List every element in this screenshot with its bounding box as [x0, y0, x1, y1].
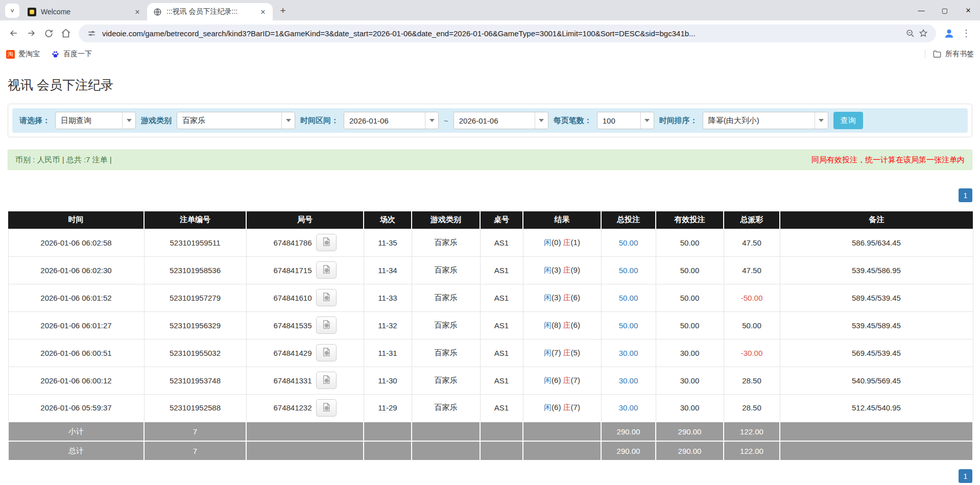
bookmark-star-icon[interactable]	[917, 27, 930, 40]
total-bet-link[interactable]: 30.00	[619, 376, 638, 385]
home-icon[interactable]	[57, 25, 75, 42]
game-kind-select[interactable]: 百家乐	[177, 112, 295, 129]
total-bet-cell: 30.00	[601, 367, 656, 394]
date-start-select[interactable]: 2026-01-06	[344, 112, 439, 129]
result-player: 闲	[544, 293, 552, 302]
sum-cell	[246, 422, 364, 441]
zoom-icon[interactable]	[903, 27, 917, 40]
page-1-button[interactable]: 1	[959, 188, 972, 202]
close-window-button[interactable]: ✕	[957, 0, 980, 20]
tab-welcome[interactable]: Welcome ✕	[21, 3, 147, 20]
reload-icon[interactable]	[40, 25, 57, 42]
round-no-cell: 674841786	[246, 229, 364, 256]
sum-cell: 7	[144, 441, 246, 460]
total-bet-link[interactable]: 30.00	[619, 403, 638, 412]
total-bet-cell: 50.00	[601, 284, 656, 311]
result-player: 闲	[544, 321, 552, 329]
browser-menu-icon[interactable]: ⋮	[958, 25, 975, 42]
note-cell: 512.45/540.95	[780, 394, 973, 422]
round-no-cell: 674841715	[246, 256, 364, 284]
table-row: 2026-01-06 06:02:58523101959511674841786…	[8, 229, 973, 256]
note-cell: 569.45/539.45	[780, 339, 973, 367]
bet-no-cell: 523101953748	[144, 367, 246, 394]
bookmarks-divider	[925, 50, 925, 59]
address-bar[interactable]: videoie.com/game/betrecord_search/kind3?…	[79, 25, 936, 42]
video-file-icon	[321, 264, 331, 276]
result-banker: 庄	[563, 348, 571, 357]
total-bet-link[interactable]: 50.00	[619, 238, 638, 247]
forward-icon[interactable]	[22, 25, 40, 42]
time-cell: 2026-01-06 06:02:30	[8, 256, 144, 284]
url-text[interactable]: videoie.com/game/betrecord_search/kind3?…	[102, 29, 899, 38]
valid-bet-cell: 50.00	[656, 256, 724, 284]
date-range-tilde: ~	[444, 116, 448, 125]
total-bet-link[interactable]: 50.00	[619, 266, 638, 275]
round-no: 674841535	[273, 321, 312, 330]
minimize-button[interactable]: —	[910, 0, 933, 20]
result-cell: 闲(3) 庄(6)	[523, 284, 601, 311]
chevron-down-icon[interactable]	[281, 112, 295, 129]
sum-cell	[523, 422, 601, 441]
bet-no-cell: 523101955032	[144, 339, 246, 367]
session-cell: 11-30	[364, 367, 412, 394]
page-1-button[interactable]: 1	[959, 469, 972, 483]
sum-cell	[364, 422, 412, 441]
chevron-down-icon[interactable]	[122, 112, 135, 129]
column-header: 桌号	[480, 211, 523, 229]
bet-no-cell: 523101952588	[144, 394, 246, 422]
tab-bet-records[interactable]: :::视讯 会员下注纪录::: ✕	[147, 3, 273, 20]
round-no-cell: 674841535	[246, 311, 364, 339]
maximize-button[interactable]: ▢	[933, 0, 957, 20]
video-replay-button[interactable]	[316, 344, 337, 361]
close-tab-icon[interactable]: ✕	[133, 7, 142, 16]
total-bet-link[interactable]: 50.00	[619, 321, 638, 330]
round-no: 674841232	[273, 403, 312, 412]
note-cell: 540.95/569.45	[780, 367, 973, 394]
result-player: 闲	[544, 403, 552, 411]
result-cell: 闲(8) 庄(6)	[523, 311, 601, 339]
table-no-cell: AS1	[480, 311, 523, 339]
date-end-select[interactable]: 2026-01-06	[453, 112, 548, 129]
total-bet-link[interactable]: 50.00	[619, 294, 638, 302]
result-banker: 庄	[563, 293, 571, 302]
video-replay-button[interactable]	[316, 317, 337, 334]
close-tab-icon[interactable]: ✕	[258, 7, 268, 16]
sort-select[interactable]: 降幂(由大到小)	[703, 112, 828, 129]
total-bet-link[interactable]: 30.00	[619, 349, 638, 357]
all-bookmarks-button[interactable]: 所有书签	[933, 50, 974, 59]
result-banker: 庄	[563, 238, 571, 247]
column-header: 注单编号	[144, 211, 246, 229]
table-row: 2026-01-06 06:02:30523101958536674841715…	[8, 256, 973, 284]
chevron-down-icon[interactable]	[815, 112, 828, 129]
video-replay-button[interactable]	[316, 234, 337, 251]
result-cell: 闲(7) 庄(5)	[523, 339, 601, 367]
tab-search-button[interactable]: ˅	[5, 4, 19, 18]
chevron-down-icon[interactable]	[425, 112, 438, 129]
round-no: 674841331	[273, 376, 312, 385]
per-page-select[interactable]: 100	[597, 112, 654, 129]
profile-avatar[interactable]	[940, 25, 958, 42]
back-icon[interactable]	[5, 25, 22, 42]
note-cell: 586.95/634.45	[780, 229, 973, 256]
new-tab-button[interactable]: +	[276, 4, 290, 18]
result-player: 闲	[544, 238, 552, 247]
query-type-select[interactable]: 日期查询	[55, 112, 136, 129]
bookmark-baidu[interactable]: 百度一下	[51, 50, 92, 59]
chevron-down-icon[interactable]	[535, 112, 548, 129]
game-kind-cell: 百家乐	[412, 311, 480, 339]
sum-cell	[412, 441, 480, 460]
site-settings-icon[interactable]	[85, 27, 98, 40]
chevron-down-icon[interactable]	[640, 112, 654, 129]
video-replay-button[interactable]	[316, 372, 337, 389]
video-replay-button[interactable]	[316, 289, 337, 306]
query-button[interactable]: 查询	[833, 112, 863, 129]
video-replay-button[interactable]	[316, 399, 337, 417]
bookmark-taobao[interactable]: 淘 爱淘宝	[6, 50, 40, 59]
time-cell: 2026-01-06 06:00:12	[8, 367, 144, 394]
column-header: 场次	[364, 211, 412, 229]
session-cell: 11-33	[364, 284, 412, 311]
result-banker: 庄	[563, 376, 571, 384]
currency-summary: 币别 : 人民币 | 总共 :7 注单 |	[15, 155, 112, 165]
video-replay-button[interactable]	[316, 261, 337, 279]
session-cell: 11-34	[364, 256, 412, 284]
